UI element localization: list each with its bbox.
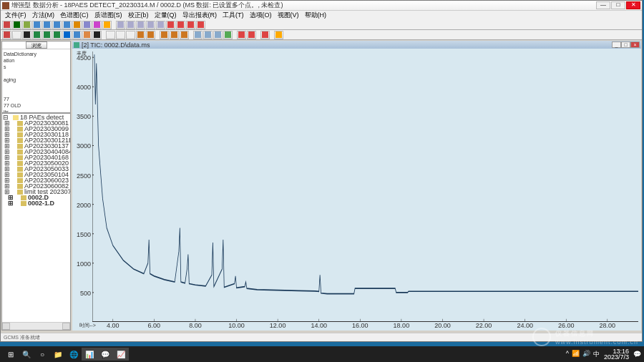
toolbar-button-8[interactable] xyxy=(82,31,92,39)
file-tree[interactable]: ⊟18 PAEs detect⊞AP2023030081 20230322⊞AP… xyxy=(2,114,70,322)
svg-rect-18 xyxy=(187,21,194,28)
system-tray[interactable]: ^📶🔊中 13:162023/7/3 💬 xyxy=(566,348,641,360)
taskbar-app[interactable]: 🔍 xyxy=(19,348,34,361)
tray-icon[interactable]: ^ xyxy=(566,350,569,359)
chart-header[interactable]: [2] TIC: 0002.D\data.ms _ □ × xyxy=(72,41,641,49)
toolbar-button-29[interactable] xyxy=(260,31,270,39)
toolbar-button-9[interactable] xyxy=(92,31,102,39)
toolbar-button-26[interactable] xyxy=(237,31,246,39)
toolbar-button-7[interactable] xyxy=(72,31,82,39)
window-title: 增强型 数据分析 - 18PAES DETECT_20230314.M / 00… xyxy=(11,1,596,10)
taskbar-app[interactable]: ⊞ xyxy=(3,348,19,361)
chart-close-button[interactable]: × xyxy=(630,41,640,48)
menu-calib[interactable]: 校正(b) xyxy=(125,11,152,20)
toolbar-button-0[interactable] xyxy=(2,31,11,39)
menu-help[interactable]: 帮助(H) xyxy=(302,11,330,20)
toolbar-button-10[interactable] xyxy=(102,21,112,29)
menu-spec[interactable]: 质谱图(S) xyxy=(92,11,125,20)
taskbar-app[interactable]: 💬 xyxy=(97,348,113,361)
toolbar-button-9[interactable] xyxy=(92,21,102,29)
toolbar-button-14[interactable] xyxy=(136,21,145,29)
tray-icon[interactable]: 中 xyxy=(593,350,600,359)
toolbar-button-17[interactable] xyxy=(166,21,175,29)
menu-view[interactable]: 视图(V) xyxy=(275,11,302,20)
toolbar-button-6[interactable] xyxy=(62,21,72,29)
minimize-button[interactable]: — xyxy=(596,1,610,9)
svg-rect-45 xyxy=(275,31,282,38)
notif-icon[interactable]: 💬 xyxy=(633,351,641,358)
toolbar-button-18[interactable] xyxy=(170,31,179,39)
tray-icon[interactable]: 🔊 xyxy=(582,350,590,359)
taskbar-app[interactable]: 🌐 xyxy=(66,348,82,361)
menu-quant[interactable]: 定量(Q) xyxy=(152,11,180,20)
toolbar-button-24[interactable] xyxy=(223,31,233,39)
toolbar-button-17[interactable] xyxy=(160,31,169,39)
toolbar-1 xyxy=(1,20,642,30)
toolbar-button-12[interactable] xyxy=(116,31,125,39)
toolbar-button-27[interactable] xyxy=(247,31,256,39)
menu-method[interactable]: 方法(M) xyxy=(29,11,58,20)
browse-button[interactable]: 浏览 xyxy=(26,41,47,49)
menu-tools[interactable]: 工具(T) xyxy=(220,11,247,20)
toolbar-button-7[interactable] xyxy=(72,21,82,29)
taskbar-app[interactable]: 📁 xyxy=(50,348,66,361)
svg-rect-15 xyxy=(157,21,164,28)
clock[interactable]: 13:162023/7/3 xyxy=(604,348,629,360)
tree-item[interactable]: ⊞0002-1.D xyxy=(3,200,69,206)
menu-chrom[interactable]: 色谱图(C) xyxy=(57,11,92,20)
toolbar-button-19[interactable] xyxy=(186,21,195,29)
toolbar-button-6[interactable] xyxy=(62,31,72,39)
toolbar-button-5[interactable] xyxy=(52,21,62,29)
titlebar[interactable]: 增强型 数据分析 - 18PAES DETECT_20230314.M / 00… xyxy=(1,1,642,11)
svg-rect-6 xyxy=(64,21,70,28)
plot-area[interactable]: 丰度 50010001500200025003000350040004500 时… xyxy=(72,49,641,331)
toolbar-button-31[interactable] xyxy=(274,31,283,39)
chart-min-button[interactable]: _ xyxy=(612,41,621,48)
toolbar-button-15[interactable] xyxy=(146,21,155,29)
toolbar-button-18[interactable] xyxy=(176,21,185,29)
toolbar-button-13[interactable] xyxy=(126,31,135,39)
svg-rect-13 xyxy=(137,21,144,28)
toolbar-button-4[interactable] xyxy=(42,31,52,39)
toolbar-button-19[interactable] xyxy=(180,31,189,39)
svg-rect-41 xyxy=(225,31,231,38)
taskbar-app[interactable]: ○ xyxy=(34,348,50,361)
toolbar-button-14[interactable] xyxy=(136,31,145,39)
toolbar-button-11[interactable] xyxy=(106,31,115,39)
toolbar-button-0[interactable] xyxy=(2,21,11,29)
toolbar-button-4[interactable] xyxy=(42,21,52,29)
close-button[interactable]: ✕ xyxy=(626,1,640,9)
menu-options[interactable]: 选项(O) xyxy=(247,11,275,20)
tray-icon[interactable]: 📶 xyxy=(572,350,580,359)
toolbar-button-1[interactable] xyxy=(12,21,21,29)
toolbar-button-16[interactable] xyxy=(156,21,165,29)
svg-rect-14 xyxy=(147,21,154,28)
toolbar-button-1[interactable] xyxy=(12,31,21,39)
chart-max-button[interactable]: □ xyxy=(621,41,630,48)
taskbar-app[interactable]: 📊 xyxy=(82,348,97,361)
svg-rect-44 xyxy=(262,31,268,38)
toolbar-button-2[interactable] xyxy=(22,21,31,29)
maximize-button[interactable]: □ xyxy=(611,1,625,9)
toolbar-button-23[interactable] xyxy=(213,31,223,39)
svg-rect-36 xyxy=(171,31,177,38)
toolbar-button-3[interactable] xyxy=(32,31,42,39)
toolbar-button-8[interactable] xyxy=(82,21,92,29)
toolbar-button-13[interactable] xyxy=(126,21,135,29)
svg-rect-17 xyxy=(177,21,184,28)
toolbar-button-20[interactable] xyxy=(196,21,205,29)
toolbar-button-22[interactable] xyxy=(203,31,213,39)
toolbar-button-12[interactable] xyxy=(116,21,125,29)
toolbar-button-3[interactable] xyxy=(32,21,42,29)
svg-rect-22 xyxy=(24,31,30,38)
svg-rect-16 xyxy=(167,21,174,28)
toolbar-button-5[interactable] xyxy=(52,31,62,39)
menu-file[interactable]: 文件(F) xyxy=(2,11,29,20)
toolbar-button-2[interactable] xyxy=(22,31,31,39)
scrollbar[interactable] xyxy=(2,322,70,330)
chart-panel: [2] TIC: 0002.D\data.ms _ □ × 丰度 5001000… xyxy=(72,41,641,331)
toolbar-button-21[interactable] xyxy=(193,31,203,39)
taskbar-app[interactable]: 📈 xyxy=(113,348,129,361)
toolbar-button-15[interactable] xyxy=(146,31,155,39)
menu-report[interactable]: 导出报表(R) xyxy=(180,11,220,20)
